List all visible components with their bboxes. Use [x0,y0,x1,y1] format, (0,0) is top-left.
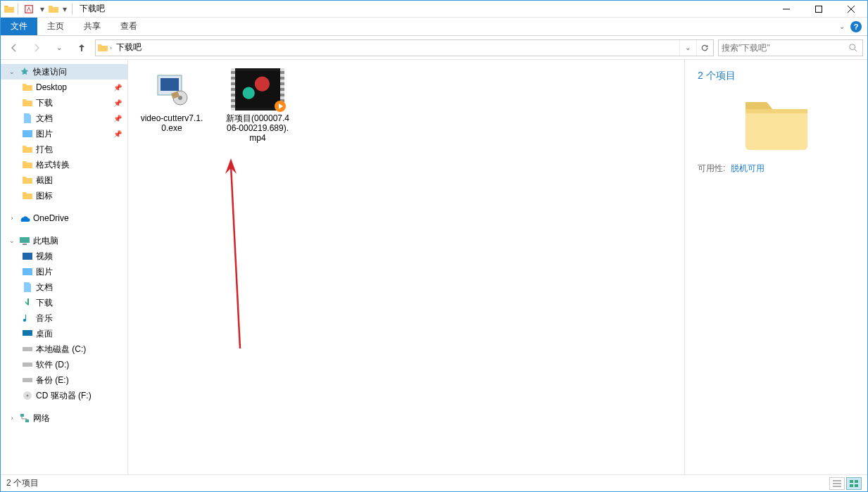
search-icon[interactable] [848,43,860,53]
expand-icon[interactable]: › [8,415,16,422]
refresh-button[interactable] [696,40,712,56]
svg-rect-24 [855,484,858,487]
sidebar-item-pictures2[interactable]: 图片 [1,264,127,279]
qat-dropdown-2[interactable]: ▾ [61,4,69,14]
tab-home[interactable]: 主页 [37,18,74,35]
svg-rect-7 [23,268,32,275]
up-button[interactable] [73,39,91,57]
items-pane[interactable]: video-cutterv7.1.0.exe 新项目(000007.406-00… [128,60,684,474]
breadcrumb[interactable]: 下载吧 [113,42,144,53]
sidebar-item-pictures[interactable]: 图片📌 [1,126,127,141]
sidebar-label: 快速访问 [33,66,67,78]
tab-share[interactable]: 共享 [74,18,111,35]
folder-icon [22,97,33,108]
title-bar: ▾ ▾ 下载吧 [1,1,867,18]
sidebar-item-desktop[interactable]: Desktop📌 [1,80,127,95]
tab-view[interactable]: 查看 [111,18,147,35]
expand-ribbon-icon[interactable]: ⌄ [839,23,845,30]
music-icon [22,313,33,324]
folder-icon [22,144,33,155]
sidebar-item[interactable]: 图标 [1,188,127,203]
expand-icon[interactable]: ⌄ [8,237,16,244]
onedrive-icon [19,213,30,224]
video-thumbnail [231,68,284,111]
availability-row: 可用性: 脱机可用 [698,163,855,175]
sidebar-item-drive-c[interactable]: 本地磁盘 (C:) [1,341,127,357]
back-button[interactable] [5,39,23,57]
svg-point-2 [850,44,855,49]
sidebar-item-videos[interactable]: 视频 [1,248,127,264]
file-label: 新项目(000007.406-000219.689).mp4 [224,113,291,143]
network-icon [19,412,30,424]
pin-icon: 📌 [113,115,122,122]
sidebar-this-pc[interactable]: ⌄此电脑 [1,233,127,248]
help-icon[interactable]: ? [850,21,862,32]
star-icon [19,66,30,77]
pin-icon: 📌 [113,84,122,92]
pictures-icon [22,128,33,139]
expand-icon[interactable]: ⌄ [8,68,16,75]
drive-icon [22,359,33,370]
document-icon [22,282,33,293]
sidebar-item[interactable]: 格式转换 [1,157,127,172]
search-box[interactable] [718,39,863,56]
expand-icon[interactable]: › [8,215,16,222]
qat-dropdown[interactable]: ▾ [38,4,46,14]
maximize-button[interactable] [803,1,835,18]
status-text: 2 个项目 [6,477,39,489]
sidebar-network[interactable]: ›网络 [1,410,127,426]
file-tab[interactable]: 文件 [1,18,37,35]
sidebar-item-downloads[interactable]: 下载📌 [1,95,127,111]
svg-rect-8 [23,330,32,336]
file-label: video-cutterv7.1.0.exe [138,113,206,133]
address-bar[interactable]: › 下载吧 ⌄ [95,39,714,56]
forward-button[interactable] [27,39,46,57]
status-bar: 2 个项目 [1,474,867,491]
svg-rect-11 [23,378,32,382]
sidebar-item-desktop2[interactable]: 桌面 [1,326,127,341]
folder-icon [22,190,33,201]
file-item-exe[interactable]: video-cutterv7.1.0.exe [138,68,206,133]
sidebar-item-drive-e[interactable]: 备份 (E:) [1,372,127,388]
pc-icon [19,235,30,246]
sidebar-item-drive-d[interactable]: 软件 (D:) [1,357,127,372]
address-folder-icon [97,42,108,53]
qat-folder-icon[interactable] [48,4,59,15]
address-dropdown[interactable]: ⌄ [679,40,695,56]
qat-properties-button[interactable] [21,1,37,17]
view-details-button[interactable] [829,477,845,490]
view-icons-button[interactable] [846,477,862,490]
nav-bar: ⌄ › 下载吧 ⌄ [1,36,867,60]
svg-rect-6 [23,253,32,260]
file-item-video[interactable]: 新项目(000007.406-000219.689).mp4 [224,68,291,143]
sidebar-item-documents[interactable]: 文档📌 [1,111,127,126]
sidebar-item-drive-f[interactable]: CD 驱动器 (F:) [1,388,127,403]
sidebar-item[interactable]: 打包 [1,141,127,157]
svg-rect-3 [23,130,32,137]
annotation-arrow [222,158,251,355]
svg-rect-14 [20,414,24,417]
download-icon [22,297,33,308]
close-button[interactable] [835,1,867,18]
video-icon [22,251,33,262]
sidebar-onedrive[interactable]: ›OneDrive [1,210,127,226]
minimize-button[interactable] [770,1,803,18]
nav-sidebar[interactable]: ⌄ 快速访问 Desktop📌 下载📌 文档📌 图片📌 打包 格式转换 截图 图… [1,60,128,474]
sidebar-item-downloads2[interactable]: 下载 [1,295,127,310]
availability-value: 脱机可用 [731,163,765,175]
svg-rect-5 [23,244,27,245]
play-badge-icon [275,101,286,112]
sidebar-item-music[interactable]: 音乐 [1,310,127,326]
search-input[interactable] [722,43,848,53]
svg-point-13 [27,395,29,397]
exe-icon [145,68,199,111]
separator [18,4,18,15]
svg-rect-17 [161,78,179,91]
sidebar-item[interactable]: 截图 [1,172,127,188]
chevron-right-icon[interactable]: › [110,44,112,51]
sidebar-item-documents2[interactable]: 文档 [1,279,127,295]
sidebar-quick-access[interactable]: ⌄ 快速访问 [1,64,127,80]
desktop-icon [22,328,33,339]
recent-locations-button[interactable]: ⌄ [50,39,68,57]
folder-icon [22,159,33,170]
